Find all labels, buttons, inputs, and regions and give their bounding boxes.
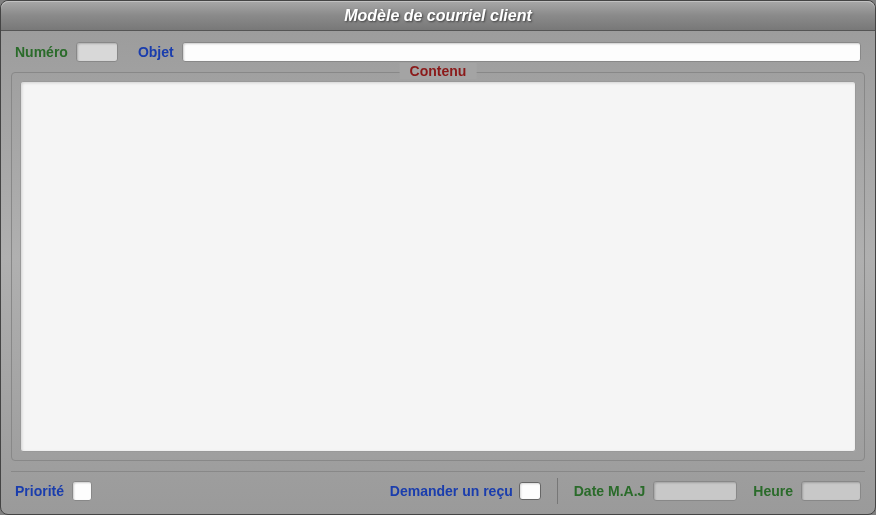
bottom-row: Priorité Demander un reçu Date M.A.J Heu…	[11, 471, 865, 504]
divider	[557, 478, 558, 504]
numero-field[interactable]	[76, 42, 118, 62]
recu-checkbox[interactable]	[519, 482, 541, 500]
contenu-textarea[interactable]	[20, 81, 856, 452]
numero-label: Numéro	[15, 44, 68, 60]
date-maj-field[interactable]	[653, 481, 737, 501]
top-row: Numéro Objet	[11, 38, 865, 62]
recu-label: Demander un reçu	[390, 483, 513, 499]
priorite-label: Priorité	[15, 483, 64, 499]
heure-field[interactable]	[801, 481, 861, 501]
objet-label: Objet	[138, 44, 174, 60]
date-label: Date M.A.J	[574, 483, 646, 499]
priorite-field[interactable]	[72, 481, 92, 501]
contenu-legend: Contenu	[400, 63, 477, 79]
content-area: Numéro Objet Contenu Priorité Demander u…	[1, 31, 875, 514]
heure-label: Heure	[753, 483, 793, 499]
contenu-fieldset: Contenu	[11, 72, 865, 461]
titlebar[interactable]: Modèle de courriel client	[1, 1, 875, 31]
window-title: Modèle de courriel client	[344, 7, 532, 25]
objet-field[interactable]	[182, 42, 861, 62]
recu-checkbox-wrap: Demander un reçu	[390, 482, 541, 500]
email-template-window: Modèle de courriel client Numéro Objet C…	[0, 0, 876, 515]
